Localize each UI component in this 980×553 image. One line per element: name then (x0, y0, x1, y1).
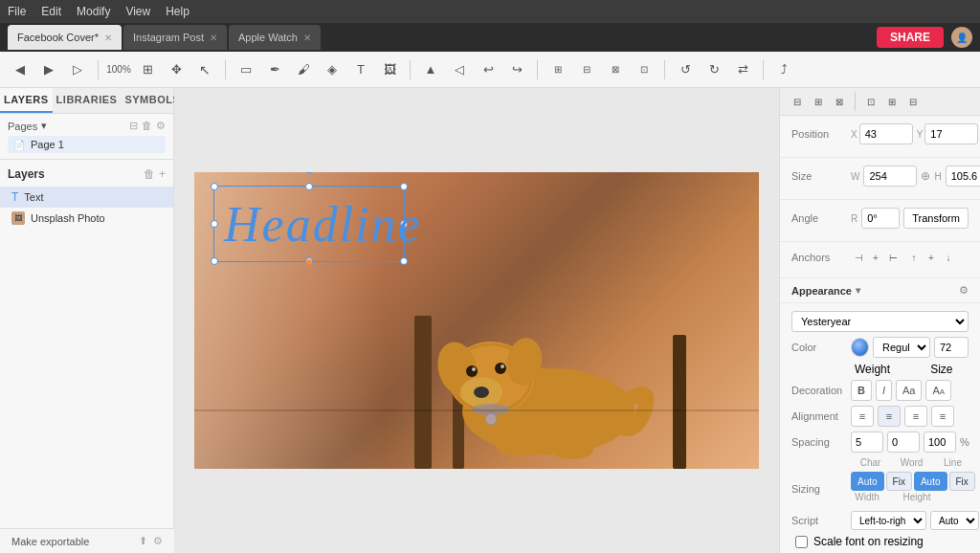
toolbar-align3[interactable]: ⊠ (603, 57, 628, 82)
align-right-text-btn[interactable]: ≡ (904, 406, 927, 427)
anchor-bottom[interactable]: ↓ (941, 250, 956, 265)
tab-instagram-post[interactable]: Instagram Post ✕ (123, 25, 227, 50)
menu-modify[interactable]: Modify (77, 5, 110, 18)
link-icon[interactable]: ⊕ (921, 169, 930, 183)
toolbar-redo[interactable]: ↪ (504, 57, 529, 82)
toggle-icon[interactable]: ⊟ (129, 120, 138, 132)
y-input[interactable] (924, 123, 978, 144)
toolbar-rotate-right[interactable]: ↻ (702, 57, 726, 82)
menu-file[interactable]: File (8, 5, 26, 18)
export-settings-icon[interactable]: ⚙ (153, 535, 163, 547)
toolbar-align4[interactable]: ⊡ (632, 57, 657, 82)
aa1-button[interactable]: Aa (896, 380, 922, 401)
align-left-text-btn[interactable]: ≡ (851, 406, 874, 427)
tab-libraries[interactable]: LIBRARIES (53, 88, 122, 113)
italic-button[interactable]: I (876, 380, 892, 401)
toolbar-align1[interactable]: ⊞ (546, 57, 570, 82)
toolbar-grid[interactable]: ⊞ (135, 57, 160, 82)
toolbar-align2[interactable]: ⊟ (574, 57, 599, 82)
toolbar-export[interactable]: ⤴ (771, 57, 796, 82)
width-input[interactable] (863, 166, 917, 187)
delete-page-icon[interactable]: 🗑 (142, 120, 152, 132)
main-layout: LAYERS LIBRARIES SYMBOLS Pages ▾ ⊟ 🗑 ⚙ 📄… (0, 88, 980, 553)
tab-layers[interactable]: LAYERS (0, 88, 53, 113)
align-center-btn[interactable]: ⊞ (809, 92, 828, 111)
layer-item-text[interactable]: T Text (0, 187, 173, 208)
color-swatch[interactable] (851, 338, 869, 357)
align-left-btn[interactable]: ⊟ (788, 92, 807, 111)
toolbar-triangle[interactable]: ▲ (418, 57, 443, 82)
auto-height-btn[interactable]: Auto (914, 472, 947, 491)
scale-font-checkbox[interactable] (795, 536, 808, 548)
anchor-right[interactable]: ⊢ (885, 250, 901, 265)
appearance-settings-icon[interactable]: ⚙ (959, 284, 969, 297)
add-layer-icon[interactable]: + (159, 167, 166, 181)
share-button[interactable]: SHARE (877, 27, 944, 48)
distribute-v-btn[interactable]: ⊞ (882, 92, 902, 111)
script-select[interactable]: Left-to-righ (851, 511, 926, 530)
delete-layer-icon[interactable]: 🗑 (144, 167, 155, 181)
weight-select[interactable]: Regular (873, 337, 930, 358)
fix-height-btn[interactable]: Fix (949, 472, 975, 491)
aa2-button[interactable]: Aa (925, 380, 951, 401)
anchor-top[interactable]: ↑ (906, 250, 922, 265)
menu-help[interactable]: Help (166, 5, 189, 18)
make-exportable-bar[interactable]: Make exportable ⬆ ⚙ (0, 528, 174, 553)
toolbar-chevron[interactable]: ◁ (447, 57, 472, 82)
page-item[interactable]: 📄 Page 1 (8, 136, 166, 153)
align-right-btn[interactable]: ⊠ (830, 92, 849, 111)
tab-close-facebook[interactable]: ✕ (104, 33, 112, 43)
toolbar-forward2-btn[interactable]: ▷ (65, 57, 90, 82)
anchor-hcenter[interactable]: + (868, 250, 883, 265)
toolbar-rectangle[interactable]: ▭ (234, 57, 258, 82)
toolbar-cursor[interactable]: ↖ (192, 57, 217, 82)
handle-middle-right[interactable] (400, 220, 408, 228)
tab-apple-watch[interactable]: Apple Watch ✕ (229, 25, 321, 50)
toolbar-flip[interactable]: ⇄ (730, 57, 755, 82)
toolbar-pen[interactable]: ✒ (262, 57, 287, 82)
char-spacing-input[interactable] (851, 431, 883, 453)
font-family-select[interactable]: Yesteryear (791, 311, 969, 332)
bold-button[interactable]: B (851, 380, 872, 401)
export-icon[interactable]: ⬆ (139, 535, 147, 547)
align-center-text-btn[interactable]: ≡ (878, 406, 901, 427)
toolbar-undo[interactable]: ↩ (476, 57, 501, 82)
line-spacing-input[interactable] (924, 431, 956, 453)
height-input[interactable] (946, 166, 980, 187)
toolbar-zoom-fit[interactable]: 100% (106, 57, 131, 82)
toolbar-fill[interactable]: ◈ (320, 57, 345, 82)
toolbar-rotate-left[interactable]: ↺ (673, 57, 698, 82)
user-avatar[interactable]: 👤 (951, 27, 972, 48)
font-size-input[interactable] (934, 337, 969, 358)
anchor-left[interactable]: ⊣ (851, 250, 866, 265)
handle-top-right[interactable] (400, 183, 408, 190)
appearance-header[interactable]: Appearance ▾ ⚙ (780, 278, 980, 303)
tab-close-apple-watch[interactable]: ✕ (303, 33, 311, 43)
align-justify-text-btn[interactable]: ≡ (931, 406, 954, 427)
menu-view[interactable]: View (125, 5, 150, 18)
tab-facebook-cover[interactable]: Facebook Cover* ✕ (8, 25, 122, 50)
tab-close-instagram[interactable]: ✕ (210, 33, 217, 43)
toolbar-image[interactable]: 🖼 (377, 57, 402, 82)
menu-edit[interactable]: Edit (41, 5, 61, 18)
auto-width-btn[interactable]: Auto (851, 472, 884, 491)
add-page-icon[interactable]: ⚙ (156, 120, 166, 132)
angle-input[interactable] (861, 208, 900, 229)
toolbar-move[interactable]: ✥ (164, 57, 189, 82)
tidy-btn[interactable]: ⊟ (903, 92, 923, 111)
canvas-area[interactable]: Headline (174, 88, 779, 553)
transform-button[interactable]: Transform (903, 208, 969, 229)
layer-item-photo[interactable]: 🖼 Unsplash Photo (0, 208, 173, 229)
anchor-vcenter[interactable]: + (924, 250, 939, 265)
auto-select[interactable]: Auto (930, 511, 979, 530)
pages-label[interactable]: Pages ▾ (8, 120, 47, 132)
x-input[interactable] (859, 123, 913, 144)
toolbar-text[interactable]: T (348, 57, 373, 82)
word-spacing-input[interactable] (887, 431, 920, 453)
distribute-h-btn[interactable]: ⊡ (861, 92, 880, 111)
toolbar-paint[interactable]: 🖌 (291, 57, 316, 82)
toolbar-forward-btn[interactable]: ▶ (36, 57, 61, 82)
anchor-grid-v: ↑ + ↓ (906, 250, 956, 265)
fix-width-btn[interactable]: Fix (886, 472, 912, 491)
toolbar-back-btn[interactable]: ◀ (8, 57, 33, 82)
